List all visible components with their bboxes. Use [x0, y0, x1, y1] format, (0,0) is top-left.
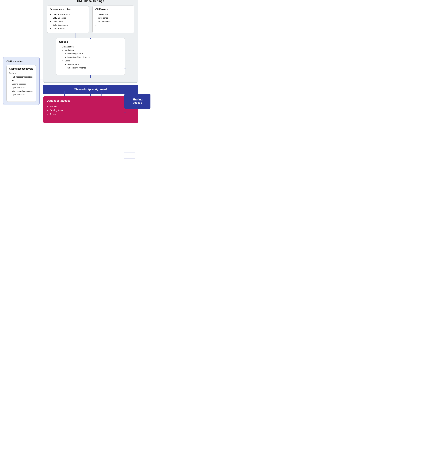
global-access-box: Global access levels Entity A Full acces… [6, 65, 36, 102]
one-metadata-section: ONE Metadata Global access levels Entity… [3, 57, 40, 105]
groups-box: Groups Organization Marketing Marketing … [56, 38, 125, 75]
list-item: Data Owner [53, 20, 86, 23]
governance-roles-box: Governance roles ONE Administrator ONE O… [47, 6, 89, 33]
list-item: Terms [50, 112, 134, 116]
data-asset-section: Data asset access Sources Catalog items … [43, 96, 138, 123]
one-users-box: ONE users olivia.miller paul.james rache… [92, 6, 134, 33]
data-asset-list: Sources Catalog items Terms [47, 105, 134, 116]
list-item: View metadata access: Operations list [12, 89, 34, 96]
list-item: Data Steward [53, 27, 86, 30]
list-item: Data Consumers [53, 23, 86, 27]
global-access-ellipsis: ... [9, 97, 34, 99]
list-item: ONE Operator [53, 16, 86, 20]
list-item: Sources [50, 105, 134, 108]
groups-ellipsis: ... [59, 70, 122, 73]
list-item: Marketing EMEA [67, 52, 122, 56]
list-item: Sales EMEA [67, 63, 122, 66]
stewardship-assignment-button[interactable]: Stewardship assignment [43, 85, 138, 94]
list-item: Marketing Marketing EMEA Marketing North… [65, 49, 122, 59]
one-metadata-title: ONE Metadata [6, 60, 36, 63]
list-item: Sales Sales EMEA Sales North America [65, 59, 122, 70]
list-item: Sales North America [67, 66, 122, 70]
data-asset-ellipsis: ... [47, 117, 134, 119]
governance-roles-list: ONE Administrator ONE Operator Data Owne… [50, 13, 86, 30]
global-access-list: Full access: Operations list Editing acc… [9, 75, 34, 96]
data-asset-title: Data asset access [47, 99, 134, 102]
global-access-title: Global access levels [9, 68, 34, 70]
one-users-list: olivia.miller paul.james rachel.adams [95, 13, 131, 23]
groups-title: Groups [59, 40, 122, 43]
governance-roles-title: Governance roles [50, 8, 86, 11]
one-users-title: ONE users [95, 8, 131, 11]
one-users-ellipsis: ... [95, 24, 131, 26]
list-item: Catalog items [50, 108, 134, 112]
list-item: ONE Administrator [53, 13, 86, 16]
list-item: olivia.miller [98, 13, 131, 16]
list-item: Organization Marketing Marketing EMEA Ma… [62, 45, 122, 70]
groups-list: Organization Marketing Marketing EMEA Ma… [59, 45, 122, 70]
entity-label: Entity A [9, 72, 34, 74]
list-item: Marketing North America [67, 56, 122, 59]
list-item: paul.james [98, 16, 131, 20]
list-item: Editing access: Operations list [12, 82, 34, 89]
global-settings-title: ONE Global Settings [47, 0, 134, 3]
list-item: rachel.adams [98, 20, 131, 23]
list-item: Full access: Operations list [12, 75, 34, 82]
global-settings-section: ONE Global Settings Governance roles ONE… [43, 0, 138, 83]
